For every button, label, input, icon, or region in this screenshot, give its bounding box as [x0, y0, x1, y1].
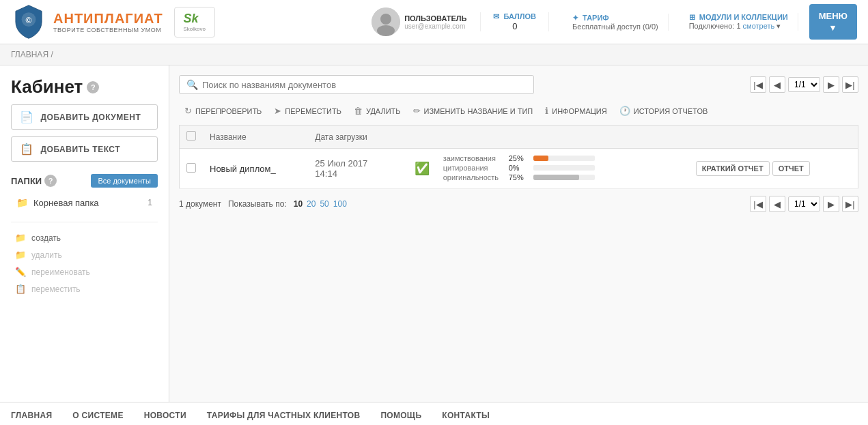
folders-label: ПАПКИ ? — [11, 175, 57, 187]
menu-button[interactable]: МЕНЮ ▾ — [809, 4, 857, 40]
cite-stat-row: цитирования 0% — [443, 164, 682, 172]
search-input[interactable] — [202, 80, 527, 90]
info-button[interactable]: ℹ ИНФОРМАЦИЯ — [540, 102, 612, 119]
last-page-bottom-button[interactable]: ▶| — [842, 196, 858, 212]
row-checkbox[interactable] — [186, 163, 196, 173]
create-folder-action[interactable]: 📁 создать — [11, 229, 158, 246]
doc-date: 25 Июл 2017 — [315, 158, 367, 168]
col-actions-header — [689, 126, 858, 149]
next-page-bottom-button[interactable]: ▶ — [823, 196, 839, 212]
prev-page-bottom-button[interactable]: ◀ — [769, 196, 785, 212]
rename-button[interactable]: ✏ ИЗМЕНИТЬ НАЗВАНИЕ И ТИП — [408, 102, 539, 119]
orig-label: оригинальность — [443, 173, 503, 181]
delete-folder-label: удалить — [31, 250, 62, 260]
history-icon: 🕐 — [619, 106, 630, 116]
first-page-bottom-button[interactable]: |◀ — [750, 196, 766, 212]
doc-stats-cell: заимствования 25% цитирования 0% — [436, 149, 689, 189]
move-button[interactable]: ➤ ПЕРЕМЕСТИТЬ — [268, 102, 347, 119]
all-docs-button[interactable]: Все документы — [91, 174, 158, 188]
rename-label: переименовать — [31, 267, 90, 277]
content-area: 🔍 |◀ ◀ 1/1 ▶ ▶| ↻ ПЕРЕПРОВЕРИТЬ ➤ ПЕРЕМЕ — [169, 65, 868, 402]
avatar — [372, 8, 400, 36]
pagination-top: |◀ ◀ 1/1 ▶ ▶| — [750, 76, 858, 93]
rename-folder-action: ✏️ переименовать — [11, 263, 158, 280]
cite-pct: 0% — [509, 164, 528, 172]
footer-link-contacts[interactable]: КОНТАКТЫ — [442, 411, 490, 420]
modules-link[interactable]: смотреть — [743, 22, 775, 30]
history-button[interactable]: 🕐 ИСТОРИЯ ОТЧЕТОВ — [614, 102, 714, 119]
search-icon: 🔍 — [186, 79, 198, 90]
svg-point-4 — [377, 25, 395, 36]
move-label: ПЕРЕМЕСТИТЬ — [285, 107, 341, 115]
per-page-10[interactable]: 10 — [294, 199, 303, 209]
add-text-icon: 📋 — [20, 143, 34, 156]
last-page-button[interactable]: ▶| — [842, 76, 858, 93]
folders-help-icon[interactable]: ? — [44, 175, 57, 187]
footer-link-news[interactable]: НОВОСТИ — [144, 411, 186, 420]
search-bar: 🔍 |◀ ◀ 1/1 ▶ ▶| — [179, 75, 858, 94]
user-info: ПОЛЬЗОВАТЕЛЬ user@example.com — [404, 14, 466, 30]
folders-header: ПАПКИ ? Все документы — [11, 174, 158, 188]
balls-value: 0 — [512, 21, 517, 31]
next-page-button[interactable]: ▶ — [823, 76, 839, 93]
delete-label: УДАЛИТЬ — [366, 107, 401, 115]
doc-status-cell: ✅ — [408, 149, 436, 189]
col-status-header — [408, 126, 436, 149]
borrow-fill — [533, 156, 549, 161]
folder-root[interactable]: 📁 Корневая папка 1 — [11, 193, 158, 212]
doc-actions-cell: КРАТКИЙ ОТЧЕТ ОТЧЕТ — [689, 149, 858, 189]
per-page-50[interactable]: 50 — [320, 199, 328, 209]
logo-title: АНТИПЛАГИАТ — [53, 11, 163, 27]
recheck-button[interactable]: ↻ ПЕРЕПРОВЕРИТЬ — [179, 102, 267, 119]
doc-name-cell[interactable]: Новый диплом_ — [203, 149, 308, 189]
recheck-label: ПЕРЕПРОВЕРИТЬ — [195, 107, 262, 115]
footer-link-help[interactable]: ПОМОЩЬ — [380, 411, 421, 420]
skolkovo-badge: Sk Skolkovo — [174, 7, 215, 38]
page-select-top[interactable]: 1/1 — [788, 77, 820, 92]
orig-pct: 75% — [509, 173, 528, 181]
per-page-20[interactable]: 20 — [307, 199, 316, 209]
borrow-pct: 25% — [509, 154, 528, 162]
move-folder-action: 📋 переместить — [11, 280, 158, 297]
bottom-bar: 1 документ Показывать по: 10 20 50 100 |… — [179, 196, 858, 212]
col-stats-header — [436, 126, 689, 149]
orig-stat-row: оригинальность 75% — [443, 173, 682, 181]
table-header-row: Название Дата загрузки — [180, 126, 858, 149]
footer-link-tarifs[interactable]: ТАРИФЫ ДЛЯ ЧАСТНЫХ КЛИЕНТОВ — [207, 411, 361, 420]
user-area[interactable]: ПОЛЬЗОВАТЕЛЬ user@example.com — [372, 8, 466, 36]
cabinet-help-icon[interactable]: ? — [87, 81, 99, 93]
header-checkbox-cell — [180, 126, 204, 149]
first-page-button[interactable]: |◀ — [750, 76, 766, 93]
per-page-100[interactable]: 100 — [333, 199, 347, 209]
status-ok-icon: ✅ — [415, 162, 430, 175]
folder-name: Корневая папка — [33, 198, 99, 208]
svg-text:©: © — [26, 16, 32, 25]
info-label: ИНФОРМАЦИЯ — [552, 107, 606, 115]
report-button[interactable]: ОТЧЕТ — [772, 161, 810, 176]
recheck-icon: ↻ — [184, 106, 192, 116]
footer-link-home[interactable]: ГЛАВНАЯ — [11, 411, 52, 420]
add-text-button[interactable]: 📋 ДОБАВИТЬ ТЕКСТ — [11, 136, 158, 162]
folder-count: 1 — [148, 198, 152, 207]
modules-value: Подключено: 1 смотреть ▾ — [689, 22, 788, 31]
borrow-label: заимствования — [443, 154, 503, 162]
orig-progress — [533, 175, 595, 180]
svg-point-3 — [380, 14, 391, 25]
sidebar: Кабинет ? 📄 ДОБАВИТЬ ДОКУМЕНТ 📋 ДОБАВИТЬ… — [0, 65, 169, 402]
add-document-button[interactable]: 📄 ДОБАВИТЬ ДОКУМЕНТ — [11, 104, 158, 130]
select-all-checkbox[interactable] — [186, 131, 196, 141]
add-doc-label: ДОБАВИТЬ ДОКУМЕНТ — [41, 113, 141, 122]
short-report-button[interactable]: КРАТКИЙ ОТЧЕТ — [696, 161, 770, 176]
doc-time: 14:14 — [315, 168, 337, 179]
show-label: Показывать по: — [228, 199, 287, 209]
delete-button[interactable]: 🗑 УДАЛИТЬ — [348, 102, 406, 119]
cite-progress — [533, 165, 595, 171]
logo-text: АНТИПЛАГИАТ ТВОРИТЕ СОБСТВЕННЫМ УМОМ — [53, 11, 163, 33]
footer-link-about[interactable]: О СИСТЕМЕ — [72, 411, 123, 420]
doc-name: Новый диплом_ — [210, 164, 276, 174]
delete-folder-icon: 📁 — [15, 250, 26, 260]
pagination-bottom: |◀ ◀ 1/1 ▶ ▶| — [750, 196, 858, 212]
page-select-bottom[interactable]: 1/1 — [788, 196, 820, 211]
table-row: Новый диплом_ 25 Июл 2017 14:14 ✅ заимст… — [180, 149, 858, 189]
prev-page-button[interactable]: ◀ — [769, 76, 785, 93]
